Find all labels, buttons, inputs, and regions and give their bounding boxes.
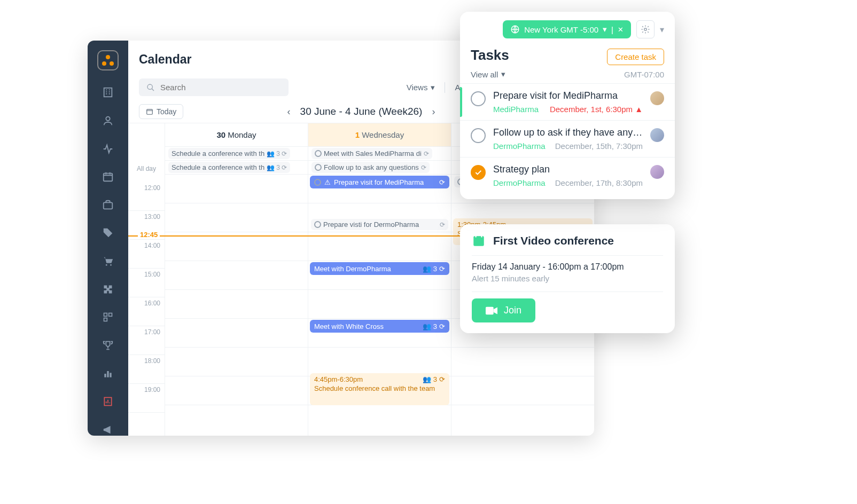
join-button[interactable]: Join: [472, 298, 535, 322]
refresh-icon: ⟳: [424, 150, 429, 158]
warning-icon: ⚠: [324, 178, 331, 186]
task-chip[interactable]: Meet with Sales MediPharma di⟳: [311, 148, 432, 159]
time-column: All day 12:00 13:00 14:00 15:00 16:00 17…: [128, 123, 165, 436]
svg-point-5: [110, 264, 112, 266]
allday-row: Schedule a conference with th👥3 ⟳: [165, 147, 308, 161]
svg-rect-3: [104, 202, 113, 209]
trophy-icon[interactable]: [102, 340, 114, 352]
svg-point-16: [644, 28, 647, 31]
svg-point-1: [106, 117, 110, 121]
tasks-title: Tasks: [471, 47, 509, 64]
people-icon: 👥3 ⟳: [267, 150, 287, 158]
day-header: 1Wednesday: [308, 123, 451, 147]
hour-label: 16:00: [128, 297, 165, 326]
cart-icon[interactable]: [102, 255, 114, 267]
settings-button[interactable]: [636, 20, 655, 38]
event-block[interactable]: ⚠Prepare visit for MediPharma⟳: [310, 176, 449, 188]
people-icon: 👥3 ⟳: [267, 164, 287, 171]
tag-icon[interactable]: [102, 227, 114, 239]
gear-icon: [641, 25, 650, 34]
calendar-icon[interactable]: [102, 171, 114, 183]
conference-alert: Alert 15 minutes early: [472, 274, 663, 283]
task-title: Follow up to ask if they have any q...: [493, 127, 643, 138]
task-row[interactable]: Strategy plan DermoPharmaDecember, 17th,…: [460, 157, 675, 194]
refresh-icon: ⟳: [439, 178, 445, 186]
svg-rect-7: [109, 313, 112, 317]
caret-down-icon[interactable]: ▾: [660, 25, 664, 35]
building-icon[interactable]: [102, 86, 114, 99]
task-date: December, 17th, 8:30pm: [555, 178, 643, 187]
tasks-panel: New York GMT -5:00 ▾ | ✕ ▾ Tasks Create …: [460, 12, 675, 199]
next-week-button[interactable]: ›: [432, 106, 435, 117]
task-chip[interactable]: Prepare visti for DermoPharma⟳: [311, 219, 448, 230]
task-date: December, 15th, 7:30pm: [555, 141, 643, 151]
task-status-circle[interactable]: [471, 128, 486, 143]
event-block[interactable]: 4:45pm-6:30pm👥 3 ⟳ Schedule conference c…: [310, 373, 449, 405]
close-icon[interactable]: ✕: [618, 26, 624, 34]
allday-label: All day: [128, 147, 165, 172]
svg-rect-2: [104, 174, 113, 182]
task-status-done[interactable]: [471, 165, 486, 180]
globe-icon: [510, 25, 520, 34]
view-all-dropdown[interactable]: View all▾: [471, 69, 505, 79]
avatar: [650, 128, 664, 142]
day-column-wednesday: 1Wednesday Meet with Sales MediPharma di…: [308, 123, 451, 436]
event-block[interactable]: Meet with DermoPharma👥3 ⟳: [310, 262, 449, 275]
day-column-monday: 30Monday Schedule a conference with th👥3…: [165, 123, 308, 436]
caret-down-icon: ▾: [431, 83, 435, 92]
calendar-event-icon: [472, 234, 486, 248]
refresh-icon: ⟳: [421, 164, 426, 171]
task-date: December, 1st, 6:30pm ▲: [550, 105, 643, 114]
hour-label: 15:00: [128, 269, 165, 297]
caret-down-icon: ▾: [501, 69, 505, 79]
allday-event[interactable]: Schedule a conference with th👥3 ⟳: [168, 162, 290, 173]
task-project: DermoPharma: [493, 141, 546, 151]
conference-date: Friday 14 January - 16:00pm a 17:00pm: [472, 262, 663, 272]
briefcase-icon[interactable]: [102, 199, 114, 211]
svg-point-13: [147, 84, 152, 89]
timezone-chip[interactable]: New York GMT -5:00 ▾ | ✕: [503, 20, 631, 38]
hour-label: 19:00: [128, 384, 165, 413]
date-range: ‹ 30 June - 4 June (Week26) ›: [287, 106, 435, 117]
today-button[interactable]: Today: [139, 104, 183, 119]
task-status-circle[interactable]: [471, 91, 486, 106]
search-icon: [146, 83, 155, 92]
allday-event[interactable]: Schedule a conference with th👥3 ⟳: [168, 148, 290, 159]
megaphone-icon[interactable]: [102, 423, 114, 436]
calendar-icon: [146, 108, 153, 115]
check-icon: [474, 168, 482, 177]
prev-week-button[interactable]: ‹: [287, 106, 291, 117]
event-block[interactable]: Meet with White Cross👥3 ⟳: [310, 320, 449, 333]
puzzle-icon[interactable]: [102, 283, 114, 295]
svg-rect-0: [104, 88, 112, 97]
task-project: DermoPharma: [493, 178, 546, 187]
circle-icon: [315, 164, 322, 171]
views-dropdown[interactable]: Views▾: [407, 83, 435, 92]
warning-icon: ▲: [635, 105, 643, 114]
svg-rect-11: [110, 373, 111, 377]
task-row[interactable]: Follow up to ask if they have any q... D…: [460, 120, 675, 157]
conference-title: First Video conference: [493, 234, 614, 247]
user-icon[interactable]: [102, 115, 114, 127]
task-row[interactable]: Prepare visit for MediPharma MediPharmaD…: [460, 83, 675, 120]
allday-row: Schedule a conference with th👥3 ⟳: [165, 161, 308, 175]
svg-rect-10: [107, 371, 108, 377]
hour-label: 14:00: [128, 240, 165, 269]
create-task-button[interactable]: Create task: [607, 49, 664, 65]
svg-rect-9: [104, 374, 106, 377]
activity-icon[interactable]: [102, 143, 114, 155]
now-time-label: 12:45: [138, 231, 160, 239]
task-title: Prepare visit for MediPharma: [493, 90, 643, 101]
search-box[interactable]: [139, 78, 289, 96]
app-logo[interactable]: [97, 50, 119, 70]
day-header: 30Monday: [165, 123, 308, 147]
caret-down-icon: ▾: [603, 25, 607, 34]
task-chip[interactable]: Follow up to ask any questions⟳: [311, 162, 430, 173]
hour-label: 17:00: [128, 326, 165, 355]
widget-icon[interactable]: [102, 311, 114, 324]
search-input[interactable]: [160, 83, 281, 92]
bar-chart-icon[interactable]: [102, 367, 114, 380]
avatar: [650, 165, 664, 179]
report-icon[interactable]: [102, 396, 114, 408]
video-icon: [486, 306, 497, 315]
